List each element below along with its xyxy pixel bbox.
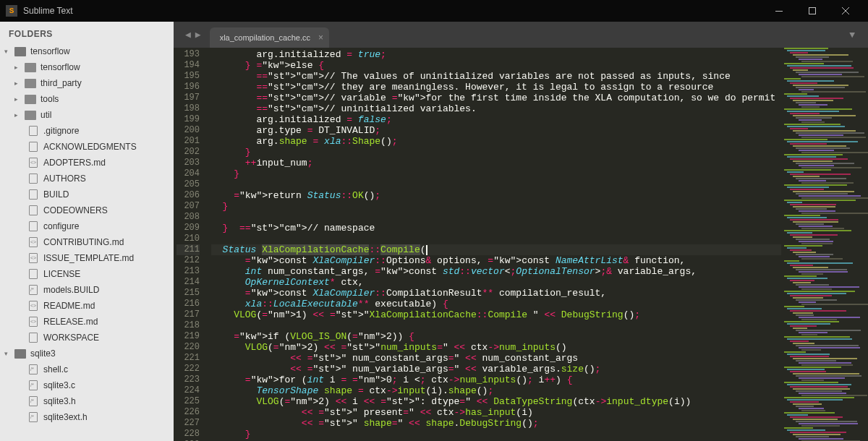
tree-label: util xyxy=(41,110,51,120)
tree-file[interactable]: models.BUILD xyxy=(0,282,174,298)
tree-label: ADOPTERS.md xyxy=(43,158,106,168)
tree-file[interactable]: sqlite3.h xyxy=(0,393,174,409)
tree-label: sqlite3ext.h xyxy=(43,412,88,422)
folder-icon xyxy=(14,47,26,56)
tree-file[interactable]: ADOPTERS.md xyxy=(0,155,174,171)
chevron-right-icon: ▸ xyxy=(14,95,22,103)
tree-folder[interactable]: ▾sqlite3 xyxy=(0,346,174,361)
tree-label: models.BUILD xyxy=(43,285,99,295)
file-icon xyxy=(29,301,38,311)
tree-label: sqlite3.h xyxy=(43,396,76,406)
file-icon xyxy=(29,285,38,295)
file-icon xyxy=(29,269,38,279)
tree-label: WORKSPACE xyxy=(43,333,99,343)
tree-label: third_party xyxy=(41,78,82,88)
file-icon xyxy=(29,158,38,168)
folder-icon xyxy=(14,349,26,359)
window-title: Sublime Text xyxy=(23,6,72,16)
tree-folder[interactable]: ▸tensorflow xyxy=(0,59,174,75)
minimize-icon xyxy=(775,11,783,12)
app-icon: S xyxy=(6,5,17,17)
maximize-icon xyxy=(809,7,816,14)
file-icon xyxy=(29,205,38,215)
tree-label: configure xyxy=(43,221,79,231)
tree-label: AUTHORS xyxy=(43,174,86,184)
tree-file[interactable]: CODEOWNERS xyxy=(0,202,174,218)
file-icon xyxy=(29,412,38,422)
sidebar[interactable]: FOLDERS ▾tensorflow▸tensorflow▸third_par… xyxy=(0,22,174,441)
chevron-right-icon: ▸ xyxy=(14,80,22,87)
editor-area: ◀ ▶ xla_compilation_cache.cc × ▼ 1931941… xyxy=(174,22,868,441)
tree-label: RELEASE.md xyxy=(43,317,98,327)
chevron-right-icon: ▸ xyxy=(14,64,22,71)
chevron-down-icon: ▾ xyxy=(4,350,12,357)
tree-file[interactable]: ISSUE_TEMPLATE.md xyxy=(0,250,174,266)
file-icon xyxy=(29,253,38,263)
tree-folder[interactable]: ▾tensorflow xyxy=(0,43,174,59)
tree-label: tensorflow xyxy=(30,46,70,56)
tree-label: .gitignore xyxy=(43,126,79,136)
minimap[interactable] xyxy=(781,48,868,441)
history-forward-icon[interactable]: ▶ xyxy=(195,29,201,40)
folder-icon xyxy=(25,111,36,120)
tree-label: shell.c xyxy=(43,364,68,374)
tree-label: LICENSE xyxy=(43,269,80,279)
tab-strip: ◀ ▶ xla_compilation_cache.cc × ▼ xyxy=(174,22,868,48)
tree-file[interactable]: README.md xyxy=(0,298,174,314)
tree-label: sqlite3.c xyxy=(43,380,75,390)
close-button[interactable] xyxy=(829,0,862,22)
tree-file[interactable]: .gitignore xyxy=(0,123,174,139)
tree-folder[interactable]: ▸third_party xyxy=(0,75,174,91)
tree-file[interactable]: WORKSPACE xyxy=(0,330,174,346)
folder-icon xyxy=(25,63,36,72)
folder-icon xyxy=(25,95,36,104)
tree-file[interactable]: sqlite3ext.h xyxy=(0,409,174,425)
file-icon xyxy=(29,142,38,152)
tree-file[interactable]: RELEASE.md xyxy=(0,314,174,330)
chevron-right-icon: ▸ xyxy=(14,111,22,119)
tab-close-icon[interactable]: × xyxy=(318,33,323,43)
tab-menu-icon[interactable]: ▼ xyxy=(842,30,862,40)
maximize-button[interactable] xyxy=(796,0,829,22)
file-tree: ▾tensorflow▸tensorflow▸third_party▸tools… xyxy=(0,43,174,425)
tree-folder[interactable]: ▸tools xyxy=(0,91,174,107)
tree-file[interactable]: LICENSE xyxy=(0,266,174,282)
tree-file[interactable]: AUTHORS xyxy=(0,171,174,187)
file-tab[interactable]: xla_compilation_cache.cc × xyxy=(210,27,329,48)
titlebar: S Sublime Text xyxy=(0,0,868,22)
tree-file[interactable]: ACKNOWLEDGMENTS xyxy=(0,139,174,155)
history-back-icon[interactable]: ◀ xyxy=(185,29,191,40)
tree-label: tools xyxy=(41,94,59,104)
file-icon xyxy=(29,380,38,390)
file-icon xyxy=(29,174,38,184)
tree-label: ACKNOWLEDGMENTS xyxy=(43,142,137,152)
tree-file[interactable]: sqlite3.c xyxy=(0,377,174,393)
tree-folder[interactable]: ▸util xyxy=(0,107,174,123)
tree-file[interactable]: CONTRIBUTING.md xyxy=(0,234,174,250)
sidebar-header: FOLDERS xyxy=(0,26,174,43)
tree-file[interactable]: BUILD xyxy=(0,187,174,202)
tree-file[interactable]: shell.c xyxy=(0,361,174,377)
tree-label: ISSUE_TEMPLATE.md xyxy=(43,253,134,263)
tree-label: tensorflow xyxy=(41,62,80,72)
file-icon xyxy=(29,237,38,247)
tree-label: CODEOWNERS xyxy=(43,205,108,215)
code-content[interactable]: arg.initialized = true; } ="kw">else { =… xyxy=(208,48,781,441)
close-icon xyxy=(842,7,849,14)
file-icon xyxy=(29,396,38,406)
file-tab-label: xla_compilation_cache.cc xyxy=(220,33,310,42)
minimize-button[interactable] xyxy=(762,0,796,22)
tree-label: sqlite3 xyxy=(30,348,56,359)
file-icon xyxy=(29,364,38,374)
tree-label: CONTRIBUTING.md xyxy=(43,237,124,247)
file-icon xyxy=(29,317,38,327)
tree-label: README.md xyxy=(43,301,95,311)
svg-rect-0 xyxy=(775,11,783,12)
file-icon xyxy=(29,221,38,231)
chevron-down-icon: ▾ xyxy=(4,48,12,55)
line-number-gutter: 1931941951961971981992002012022032042052… xyxy=(174,48,208,441)
file-icon xyxy=(29,189,38,200)
tree-file[interactable]: configure xyxy=(0,218,174,234)
svg-rect-1 xyxy=(809,8,816,14)
code-editor[interactable]: 1931941951961971981992002012022032042052… xyxy=(174,48,781,441)
